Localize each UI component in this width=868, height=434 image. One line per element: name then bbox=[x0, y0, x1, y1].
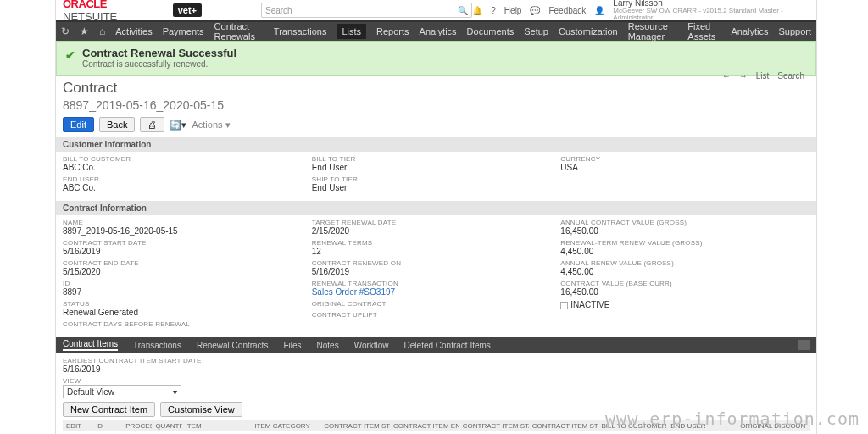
col-contract-item-end-date[interactable]: CONTRACT ITEM END DATE bbox=[393, 422, 459, 430]
field-label: CONTRACT RENEWED ON bbox=[312, 259, 561, 267]
field-label: TARGET RENEWAL DATE bbox=[312, 219, 561, 226]
next-icon[interactable]: → bbox=[739, 71, 748, 81]
print-button[interactable]: 🖨 bbox=[140, 117, 164, 132]
field-value: 5/15/2020 bbox=[63, 267, 312, 276]
menu-analytics[interactable]: Analytics bbox=[420, 26, 457, 36]
field-label: CONTRACT START DATE bbox=[63, 239, 312, 247]
subtab-contract-items[interactable]: Contract Items bbox=[63, 339, 118, 351]
check-icon: ✔ bbox=[65, 48, 75, 62]
col-contract-item-state[interactable]: CONTRACT ITEM STATE bbox=[532, 422, 598, 430]
actions-menu[interactable]: Actions ▾ bbox=[192, 120, 230, 131]
menu-reports[interactable]: Reports bbox=[376, 26, 409, 36]
feedback-link[interactable]: Feedback bbox=[548, 6, 586, 15]
feedback-icon[interactable]: 💬 bbox=[530, 6, 540, 15]
user-block[interactable]: Larry Nilsson McGeever SW OW CRARR - v20… bbox=[613, 0, 810, 21]
field-label: SHIP TO TIER bbox=[312, 175, 561, 183]
new-contract-item-button[interactable]: New Contract Item bbox=[63, 402, 155, 417]
menu-lists[interactable]: Lists bbox=[337, 24, 366, 39]
contract-info-header: Contract Information bbox=[56, 201, 816, 215]
menu-documents[interactable]: Documents bbox=[467, 26, 515, 36]
field-value: 4,450.00 bbox=[560, 267, 810, 276]
view-select[interactable]: Default View▾ bbox=[63, 385, 181, 398]
field-label: ANNUAL RENEW VALUE (GROSS) bbox=[560, 259, 810, 267]
col-edit[interactable]: EDIT bbox=[66, 422, 92, 430]
subtab-deleted-contract-items[interactable]: Deleted Contract Items bbox=[404, 341, 491, 350]
list-link[interactable]: List bbox=[756, 71, 770, 81]
field-label: NAME bbox=[63, 219, 312, 226]
field-value: Renewal Generated bbox=[63, 308, 312, 317]
col-contract-item-status[interactable]: CONTRACT ITEM STATUS bbox=[463, 422, 529, 430]
field-value[interactable]: Sales Order #SO3197 bbox=[312, 287, 561, 297]
user-icon[interactable]: 👤 bbox=[594, 6, 604, 15]
menu-activities[interactable]: Activities bbox=[115, 26, 152, 36]
oracle-logo: ORACLE NETSUITE bbox=[63, 0, 161, 23]
field-label: ORIGINAL CONTRACT bbox=[312, 300, 561, 308]
home-icon[interactable]: ⌂ bbox=[99, 25, 105, 37]
col-item-category[interactable]: ITEM CATEGORY bbox=[254, 422, 320, 430]
menu-payments[interactable]: Payments bbox=[163, 26, 204, 36]
menu-customization[interactable]: Customization bbox=[559, 26, 618, 36]
help-icon[interactable]: ? bbox=[491, 6, 496, 15]
menu-setup[interactable]: Setup bbox=[524, 26, 548, 36]
back-button[interactable]: Back bbox=[99, 117, 135, 132]
earliest-date-label: EARLIEST CONTRACT ITEM START DATE bbox=[63, 357, 810, 364]
field-value: 16,450.00 bbox=[560, 226, 810, 236]
notifications-icon[interactable]: 🔔 bbox=[472, 6, 482, 15]
subtab-renewal-contracts[interactable]: Renewal Contracts bbox=[197, 341, 268, 350]
col-process[interactable]: PROCESS bbox=[125, 422, 152, 430]
prev-icon[interactable]: ← bbox=[722, 71, 731, 81]
expand-icon[interactable] bbox=[798, 340, 810, 350]
subtab-transactions[interactable]: Transactions bbox=[133, 341, 181, 350]
chevron-down-icon: ▾ bbox=[173, 387, 177, 397]
field-value: 16,450.00 bbox=[560, 287, 810, 297]
field-label: RENEWAL-TERM RENEW VALUE (GROSS) bbox=[560, 239, 810, 247]
field-label: RENEWAL TERMS bbox=[312, 239, 561, 247]
subtab-notes[interactable]: Notes bbox=[317, 341, 339, 350]
field-value: ABC Co. bbox=[63, 163, 312, 172]
field-value: USA bbox=[560, 163, 810, 172]
search-link[interactable]: Search bbox=[777, 71, 804, 81]
banner-subtitle: Contract is successfully renewed. bbox=[82, 59, 236, 69]
subtab-files[interactable]: Files bbox=[283, 341, 301, 350]
col-quantity[interactable]: QUANTITY bbox=[155, 422, 181, 430]
field-value: 8897 bbox=[63, 287, 312, 297]
field-label: CURRENCY bbox=[560, 155, 810, 163]
success-banner: ✔ Contract Renewal Successful Contract i… bbox=[56, 41, 816, 76]
menu-support[interactable]: Support bbox=[778, 26, 811, 36]
menu-transactions[interactable]: Transactions bbox=[274, 26, 327, 36]
field-value: ABC Co. bbox=[63, 183, 312, 192]
main-menu: ↻ ★ ⌂ Activities Payments Contract Renew… bbox=[56, 22, 816, 41]
menu-contract-renewals[interactable]: Contract Renewals bbox=[214, 21, 264, 42]
star-icon[interactable]: ★ bbox=[80, 25, 89, 37]
field-value: 5/16/2019 bbox=[312, 267, 561, 276]
col-contract-item-start-date[interactable]: CONTRACT ITEM START DATE bbox=[324, 422, 390, 430]
field-label: BILL TO CUSTOMER bbox=[63, 155, 312, 163]
field-label: END USER bbox=[63, 175, 312, 183]
field-value: 4,450.00 bbox=[560, 247, 810, 256]
history-icon[interactable]: ↻ bbox=[61, 25, 70, 37]
subtabs: Contract ItemsTransactionsRenewal Contra… bbox=[56, 337, 816, 353]
col-id[interactable]: ID bbox=[96, 422, 122, 430]
global-search[interactable]: Search 🔍 bbox=[261, 3, 472, 18]
menu-analytics[interactable]: Analytics bbox=[731, 26, 768, 36]
top-bar: ORACLE NETSUITE vet+ Search 🔍 🔔 ? Help 💬… bbox=[56, 0, 816, 22]
field-label: BILL TO TIER bbox=[312, 155, 561, 163]
subtab-workflow[interactable]: Workflow bbox=[354, 341, 389, 350]
field-label: STATUS bbox=[63, 300, 312, 308]
refresh-icon[interactable]: 🔄▾ bbox=[170, 120, 186, 131]
checkbox[interactable] bbox=[560, 302, 568, 309]
watermark: www.erp-information.com bbox=[605, 409, 860, 429]
edit-button[interactable]: Edit bbox=[63, 117, 94, 132]
record-name: 8897_2019-05-16_2020-05-15 bbox=[63, 98, 810, 112]
record-type: Contract bbox=[63, 80, 810, 97]
field-label: CONTRACT VALUE (BASE CURR) bbox=[560, 280, 810, 287]
menu-resource-manager[interactable]: Resource Manager bbox=[628, 21, 678, 42]
help-link[interactable]: Help bbox=[504, 6, 522, 15]
field-label: ANNUAL CONTRACT VALUE (GROSS) bbox=[560, 219, 810, 226]
field-label: CONTRACT END DATE bbox=[63, 259, 312, 267]
menu-fixed-assets[interactable]: Fixed Assets bbox=[687, 21, 721, 42]
field-value: 8897_2019-05-16_2020-05-15 bbox=[63, 226, 312, 236]
customise-view-button[interactable]: Customise View bbox=[160, 402, 242, 417]
field-value: End User bbox=[312, 183, 561, 192]
col-item[interactable]: ITEM bbox=[186, 422, 252, 430]
